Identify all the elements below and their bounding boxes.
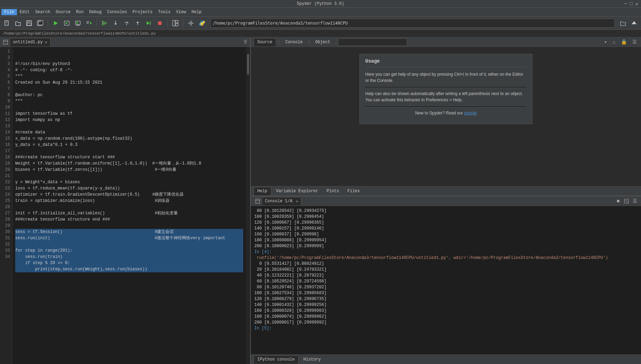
open-file-button[interactable] bbox=[13, 18, 23, 28]
step-out-button[interactable] bbox=[133, 18, 143, 28]
tutorial-link[interactable]: tutorial bbox=[464, 111, 477, 115]
editor-tab-bar: untitled1.py ✕ ☰ bbox=[0, 37, 250, 47]
step-into-button[interactable] bbox=[111, 18, 120, 28]
console-tab-bar: Console 1/A ✕ ■ ☰ bbox=[251, 196, 641, 206]
console-tab-close[interactable]: ✕ bbox=[296, 199, 298, 204]
code-content[interactable]: #!/usr/bin/env python3# -*- coding: utf-… bbox=[12, 47, 246, 364]
toolbar-sep-4 bbox=[183, 19, 183, 27]
toolbar-sep-1 bbox=[48, 19, 48, 27]
svg-marker-26 bbox=[136, 21, 139, 23]
console-output[interactable]: 80 [0.10120543] [0.29934275]100 [0.10028… bbox=[251, 206, 641, 354]
console-bottom-tab-ipython[interactable]: IPython console bbox=[254, 355, 299, 364]
save-all-button[interactable] bbox=[35, 18, 45, 28]
menu-edit[interactable]: Edit bbox=[17, 9, 33, 15]
preferences-button[interactable] bbox=[186, 18, 196, 28]
layout-button[interactable] bbox=[171, 18, 180, 28]
parent-dir-button[interactable] bbox=[629, 18, 639, 28]
console-menu-icon[interactable]: ☰ bbox=[631, 198, 638, 205]
line-numbers: 1234567891011121314151617181920212223242… bbox=[0, 47, 12, 364]
console-clear-icon[interactable] bbox=[623, 198, 630, 205]
collapse-console-icon[interactable] bbox=[254, 196, 262, 206]
menu-tools[interactable]: Tools bbox=[155, 9, 173, 15]
file-path-bar: /home/pc/ProgramFilesStore/Anaconda3/ten… bbox=[0, 30, 641, 37]
svg-point-33 bbox=[190, 22, 192, 24]
help-panel: Source | Console | Object ▾ ⌂ 🔒 ☰ Usage bbox=[251, 37, 641, 196]
window-controls[interactable]: ─ □ ✕ bbox=[624, 0, 638, 8]
menu-run[interactable]: Run bbox=[73, 9, 86, 15]
help-tab-bar: Source | Console | Object ▾ ⌂ 🔒 ☰ bbox=[251, 37, 641, 47]
svg-marker-22 bbox=[114, 24, 117, 25]
bottom-tab-variable-explorer[interactable]: Variable Explorer bbox=[273, 187, 322, 195]
minimize-icon[interactable]: ─ bbox=[624, 1, 627, 7]
working-directory-input[interactable]: /home/pc/ProgramFilesStore/Anaconda3/ten… bbox=[210, 19, 615, 28]
console-bottom-tab-bar: IPython console History bbox=[251, 354, 641, 364]
svg-marker-38 bbox=[632, 21, 637, 24]
tab-sep2: | bbox=[308, 39, 310, 45]
menu-projects[interactable]: Projects bbox=[130, 9, 155, 15]
python-button[interactable] bbox=[197, 18, 207, 28]
help-home-icon[interactable]: ⌂ bbox=[611, 39, 617, 46]
console-tab-1[interactable]: Console 1/A ✕ bbox=[262, 197, 301, 205]
step-over-button[interactable] bbox=[122, 18, 131, 28]
main-layout: untitled1.py ✕ ☰ 12345678910111213141516… bbox=[0, 37, 641, 364]
console-bottom-tab-history[interactable]: History bbox=[300, 355, 324, 364]
tab-source[interactable]: Source bbox=[254, 38, 276, 46]
console-stop-icon[interactable]: ■ bbox=[615, 198, 622, 205]
tab-object[interactable]: Object bbox=[312, 38, 333, 46]
maximize-icon[interactable]: □ bbox=[630, 1, 632, 7]
right-panel: Source | Console | Object ▾ ⌂ 🔒 ☰ Usage bbox=[251, 37, 641, 364]
menu-search[interactable]: Search bbox=[33, 9, 53, 15]
help-bottom-tab-bar: Help Variable Explorer Plots Files bbox=[251, 186, 641, 196]
editor-scrollbar[interactable] bbox=[246, 47, 250, 364]
menu-consoles[interactable]: Consoles bbox=[104, 9, 130, 15]
bottom-tab-help[interactable]: Help bbox=[254, 187, 271, 195]
run-button[interactable] bbox=[51, 18, 61, 28]
help-content: Usage Here you can get help of any objec… bbox=[251, 47, 641, 186]
menu-help[interactable]: Help bbox=[189, 9, 204, 15]
run-cell-advance-button[interactable] bbox=[73, 18, 83, 28]
menu-debug[interactable]: Debug bbox=[86, 9, 104, 15]
svg-line-44 bbox=[625, 200, 628, 202]
svg-rect-41 bbox=[256, 199, 260, 203]
app-title: Spyder (Python 3.6) bbox=[297, 1, 344, 6]
svg-rect-29 bbox=[158, 21, 162, 25]
svg-marker-11 bbox=[66, 22, 68, 24]
debug-button[interactable] bbox=[100, 18, 109, 28]
menu-bar: File Edit Search Source Run Debug Consol… bbox=[0, 8, 641, 17]
console-tab-right: ■ ☰ bbox=[615, 198, 638, 205]
bottom-tab-files[interactable]: Files bbox=[344, 187, 363, 195]
svg-rect-31 bbox=[176, 20, 178, 23]
run-selection-button[interactable] bbox=[84, 18, 94, 28]
menu-file[interactable]: File bbox=[1, 9, 17, 15]
menu-source[interactable]: Source bbox=[53, 9, 73, 15]
editor-tab-untitled1[interactable]: untitled1.py ✕ bbox=[10, 38, 51, 46]
bottom-tab-plots[interactable]: Plots bbox=[323, 187, 342, 195]
code-editor[interactable]: 1234567891011121314151617181920212223242… bbox=[0, 47, 250, 364]
toolbar-sep-3 bbox=[167, 19, 168, 27]
svg-marker-18 bbox=[90, 22, 92, 25]
run-cell-button[interactable] bbox=[62, 18, 72, 28]
toolbar: /home/pc/ProgramFilesStore/Anaconda3/ten… bbox=[0, 17, 641, 30]
editor-tab-close[interactable]: ✕ bbox=[45, 40, 47, 45]
tab-console[interactable]: Console bbox=[282, 38, 306, 46]
svg-rect-32 bbox=[176, 24, 178, 26]
continue-button[interactable] bbox=[144, 18, 154, 28]
menu-view[interactable]: View bbox=[173, 9, 189, 15]
svg-rect-5 bbox=[27, 23, 31, 25]
close-icon[interactable]: ✕ bbox=[635, 1, 638, 7]
save-file-button[interactable] bbox=[24, 18, 34, 28]
editor-scroll-thumb[interactable] bbox=[247, 54, 249, 75]
help-options-dropdown[interactable]: ▾ bbox=[603, 38, 608, 46]
open-folder-button[interactable] bbox=[618, 18, 628, 28]
help-lock-icon[interactable]: 🔒 bbox=[620, 38, 628, 46]
collapse-editor-icon[interactable] bbox=[1, 37, 10, 47]
usage-title: Usage bbox=[365, 58, 526, 67]
new-file-button[interactable] bbox=[2, 18, 12, 28]
help-tab-right-icons: ▾ ⌂ 🔒 ☰ bbox=[603, 38, 638, 46]
stop-button[interactable] bbox=[155, 18, 165, 28]
help-menu-icon[interactable]: ☰ bbox=[631, 38, 638, 46]
svg-rect-30 bbox=[173, 20, 175, 26]
tab-sep: | bbox=[277, 39, 280, 45]
help-search-input[interactable] bbox=[338, 38, 407, 46]
editor-tab-menu[interactable]: ☰ bbox=[242, 39, 249, 46]
